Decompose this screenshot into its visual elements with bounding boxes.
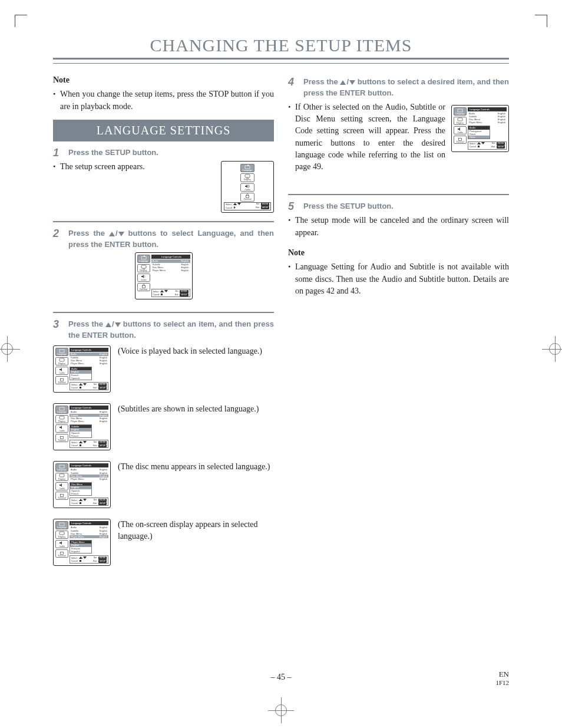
up-arrow-icon: [105, 322, 111, 327]
registration-mark-bottom: [268, 697, 294, 723]
osd-icon-parental: Parental: [240, 193, 254, 202]
svg-rect-25: [59, 532, 64, 535]
step4-bullets: If Other is selected on the Audio, Subti…: [288, 101, 509, 173]
step-number: 4: [288, 77, 297, 99]
step1-bullets: The setup screen appears.: [53, 161, 210, 176]
osd-icon-parental: Parental: [55, 376, 68, 384]
step-number: 2: [53, 228, 62, 251]
caption-disc-menu: (The disc menu appears in selected langu…: [118, 461, 274, 473]
osd-icon-display: Display: [55, 357, 68, 365]
note-heading: Note: [53, 74, 274, 86]
osd-icon-parental: Parental: [55, 492, 68, 500]
manual-page: CHANGING THE SETUP ITEMS Note When you c…: [0, 0, 562, 728]
osd-icon-language: Language: [55, 406, 68, 414]
step-4: 4 Press the / buttons to select a desire…: [288, 77, 509, 99]
section-heading: LANGUAGE SETTINGS: [53, 120, 274, 141]
osd-subtitle: Language Display Audio Parental Language…: [53, 403, 111, 450]
down-arrow-icon: [349, 80, 355, 85]
osd-footer: Select : /Set : ENTER Cancel : Exit : SE…: [70, 382, 108, 390]
osd-sublist-discmenu: Disc Menu English Spanish French: [70, 482, 92, 496]
step-number: 1: [53, 147, 62, 159]
step-2: 2 Press the / buttons to select Language…: [53, 228, 274, 251]
caption-player-menu: (The on-screen display appears in select…: [118, 519, 274, 542]
divider: [53, 312, 274, 313]
registration-mark-left: [0, 336, 20, 362]
osd-row-audio: Language Display Audio Parental Language…: [53, 345, 274, 393]
osd-icon-audio: Audio: [137, 274, 150, 282]
step-number: 5: [288, 201, 297, 212]
osd-icon-audio: Audio: [55, 482, 68, 490]
caption-subtitle: (Subtitles are shown in selected languag…: [118, 403, 274, 415]
footer-doc-code: 1F12: [495, 679, 509, 687]
osd-footer: Select : /Set : ENTER Cancel : Exit : SE…: [70, 498, 108, 506]
osd-icon-display: Display: [137, 264, 150, 272]
osd-icon-display: Display: [55, 415, 68, 423]
osd-panel-title: Language Controls: [70, 406, 108, 410]
osd-sublist-playermenu: Player Menu English Français Español: [70, 540, 92, 554]
osd-sublist-subtitle: Subtitle English Spanish French: [70, 424, 92, 438]
crop-mark-top-left: [15, 15, 27, 27]
osd-setup-screen: Language Display Audio Parental: [221, 161, 274, 213]
osd-icon-language: Language: [137, 255, 150, 263]
down-arrow-icon: [115, 322, 121, 327]
osd-icon-audio: Audio: [55, 367, 68, 375]
osd-player-menu: Language Display Audio Parental Language…: [53, 519, 111, 566]
up-arrow-icon: [340, 80, 346, 85]
osd-icon-parental: Parental: [55, 434, 68, 442]
step5-bullets: The setup mode will be canceled and the …: [288, 215, 509, 239]
footer-lang-code: EN: [495, 670, 509, 679]
osd-icon-audio: Audio: [240, 183, 254, 192]
osd-disc-menu: Language Display Audio Parental Language…: [53, 461, 111, 508]
osd-footer: Select : /Set : ENTER Cancel : Exit : SE…: [224, 202, 271, 210]
page-title: CHANGING THE SETUP ITEMS: [53, 35, 509, 60]
svg-rect-1: [247, 164, 249, 166]
intro-bullet: When you change the setup items, press t…: [53, 88, 274, 113]
footer-right: EN 1F12: [495, 670, 509, 687]
osd-icon-language: Language: [55, 463, 68, 472]
osd-panel-title: Language Controls: [70, 463, 108, 467]
right-column: 4 Press the / buttons to select a desire…: [288, 72, 509, 577]
osd-audio: Language Display Audio Parental Language…: [53, 345, 111, 393]
step-text: Press the / buttons to select an item, a…: [68, 319, 274, 341]
osd-icon-audio: Audio: [55, 424, 68, 433]
caption-audio: (Voice is played back in selected langua…: [118, 345, 274, 357]
osd-panel-title: Language Controls: [151, 255, 190, 259]
svg-rect-17: [59, 416, 64, 419]
osd-icon-language: Language: [55, 521, 68, 529]
svg-rect-21: [59, 474, 64, 477]
osd-footer: Select : /Set : ENTER Cancel : Exit : SE…: [70, 440, 108, 448]
step4-bullet: If Other is selected on the Audio, Subti…: [288, 101, 509, 173]
osd-sublist-audio: Audio English French Spanish: [70, 367, 92, 380]
divider: [53, 221, 274, 222]
intro-bullets: When you change the setup items, press t…: [53, 88, 274, 113]
up-arrow-icon: [109, 232, 115, 236]
step-text: Press the / buttons to select a desired …: [303, 77, 509, 99]
down-arrow-icon: [118, 232, 124, 236]
end-note-bullets: Language Setting for Audio and Subtitle …: [288, 261, 509, 297]
osd-panel-title: Language Controls: [70, 348, 108, 352]
two-column-layout: Note When you change the setup items, pr…: [53, 72, 509, 577]
step-text: Press the SETUP button.: [68, 147, 274, 159]
svg-rect-7: [144, 256, 145, 257]
osd-row-player-menu: Language Display Audio Parental Language…: [53, 519, 274, 566]
osd-row-subtitle: Language Display Audio Parental Language…: [53, 403, 274, 450]
step5-bullet: The setup mode will be canceled and the …: [288, 215, 509, 239]
osd-footer: Select : /Set : ENTER Cancel : Exit : SE…: [151, 289, 190, 297]
step-3: 3 Press the / buttons to select an item,…: [53, 319, 274, 341]
osd-icon-display: Display: [55, 531, 68, 539]
osd-row-disc-menu: Language Display Audio Parental Language…: [53, 461, 274, 508]
osd-icon-display: Display: [240, 173, 254, 182]
note-heading-2: Note: [288, 247, 509, 259]
step-5: 5 Press the SETUP button.: [288, 201, 509, 212]
svg-rect-2: [245, 174, 250, 177]
end-note-bullet: Language Setting for Audio and Subtitle …: [288, 261, 509, 297]
osd-list: AudioEnglish SubtitleEnglish Disc MenuEn…: [151, 259, 190, 272]
page-number: – 45 –: [0, 673, 562, 682]
step-1: 1 Press the SETUP button.: [53, 147, 274, 159]
osd-icon-language: Language: [55, 348, 68, 356]
osd-panel-title: Language Controls: [70, 521, 108, 525]
registration-mark-right: [542, 336, 562, 362]
step1-bullet: The setup screen appears.: [53, 161, 210, 173]
osd-icon-audio: Audio: [55, 540, 68, 548]
osd-icon-language: Language: [240, 164, 254, 173]
